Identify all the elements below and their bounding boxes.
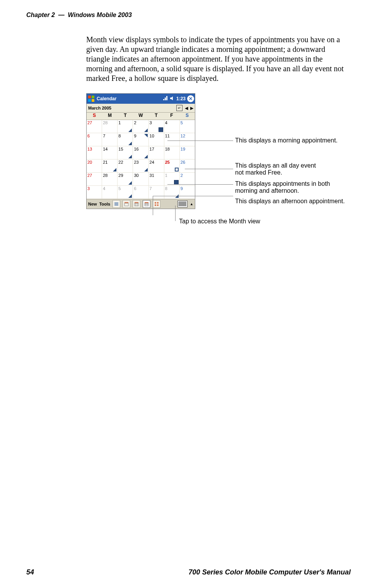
goto-today-icon[interactable]: ↵	[176, 105, 183, 111]
day-cell[interactable]: 23	[133, 159, 148, 173]
day-cell[interactable]: 21	[102, 159, 118, 173]
day-number: 12	[181, 134, 185, 138]
day-cell[interactable]: 24	[149, 159, 164, 173]
day-cell[interactable]: 13	[87, 146, 102, 159]
prev-month-icon[interactable]: ◀	[185, 106, 188, 111]
body-paragraph: Month view displays symbols to indicate …	[86, 35, 351, 83]
day-cell[interactable]: 7	[102, 133, 118, 146]
view-week-icon[interactable]	[133, 200, 140, 208]
day-cell[interactable]: 1	[118, 120, 133, 133]
day-cell[interactable]: 12	[180, 133, 195, 146]
day-cell[interactable]: 26	[180, 159, 195, 173]
day-number: 9	[181, 186, 183, 191]
day-number: 24	[150, 160, 154, 165]
manual-title: 700 Series Color Mobile Computer User's …	[189, 568, 351, 576]
day-cell[interactable]: 1	[164, 173, 180, 186]
month-bar: March 2005 ↵ ◀ ▶	[87, 104, 195, 113]
day-cell[interactable]: 18	[164, 146, 180, 159]
callout-allday: This displays an all day event not marke…	[235, 162, 316, 176]
afternoon-appointment-icon	[128, 194, 132, 198]
day-number: 28	[103, 173, 107, 178]
start-icon[interactable]	[87, 95, 95, 103]
day-cell[interactable]: 2	[133, 120, 148, 133]
day-cell[interactable]: 20	[87, 159, 102, 173]
day-cell[interactable]: 17	[149, 146, 164, 159]
day-cell[interactable]: 10	[149, 133, 164, 146]
chapter-title: Windows Mobile 2003	[68, 12, 132, 18]
day-number: 30	[134, 173, 138, 178]
day-of-week-row: SMTWTFS	[87, 113, 195, 120]
title-bar[interactable]: Calendar 1:23 ✕	[87, 94, 195, 104]
callout-morning: This displays a morning appointment.	[235, 137, 338, 144]
day-number: 20	[87, 160, 92, 165]
day-cell[interactable]: 7	[149, 186, 164, 199]
page-footer: 54 700 Series Color Mobile Computer User…	[26, 568, 351, 576]
running-header: Chapter 2 — Windows Mobile 2003	[26, 12, 351, 19]
day-number: 15	[118, 147, 123, 151]
day-cell[interactable]: 11	[164, 133, 180, 146]
week-row: 20212223242526	[87, 159, 195, 173]
afternoon-appointment-icon	[128, 129, 132, 132]
day-cell[interactable]: 19	[180, 146, 195, 159]
speaker-icon[interactable]	[169, 96, 175, 102]
view-day-icon[interactable]	[123, 200, 130, 208]
day-cell[interactable]: 31	[149, 173, 164, 186]
day-cell[interactable]: 4	[164, 120, 180, 133]
sip-menu-icon[interactable]: ▲	[190, 202, 193, 206]
both-appointments-icon	[159, 127, 163, 132]
day-cell[interactable]: 9	[133, 133, 148, 146]
afternoon-appointment-icon	[144, 155, 148, 158]
day-cell[interactable]: 27	[87, 173, 102, 186]
month-label[interactable]: March 2005	[88, 106, 111, 110]
device-screenshot: Calendar 1:23 ✕ March 2005 ↵ ◀ ▶	[86, 93, 195, 209]
view-year-icon[interactable]	[153, 200, 160, 208]
view-month-icon[interactable]	[143, 200, 150, 208]
day-cell[interactable]: 27	[87, 120, 102, 133]
day-number: 31	[150, 173, 154, 178]
day-number: 11	[165, 134, 170, 138]
afternoon-appointment-icon	[113, 168, 116, 171]
day-cell[interactable]: 28	[102, 173, 118, 186]
day-number: 13	[87, 147, 92, 151]
figure: Calendar 1:23 ✕ March 2005 ↵ ◀ ▶	[86, 93, 351, 209]
day-cell[interactable]: 30	[133, 173, 148, 186]
day-cell[interactable]: 8	[118, 133, 133, 146]
day-cell[interactable]: 3	[149, 120, 164, 133]
day-number: 1	[165, 173, 167, 178]
day-number: 25	[165, 160, 170, 165]
day-cell[interactable]: 8	[164, 186, 180, 199]
day-cell[interactable]: 5	[180, 120, 195, 133]
keyboard-icon[interactable]	[177, 201, 188, 207]
clock[interactable]: 1:23	[176, 96, 186, 101]
svg-rect-8	[125, 203, 128, 206]
day-cell[interactable]: 6	[133, 186, 148, 199]
day-cell[interactable]: 15	[118, 146, 133, 159]
connectivity-icon[interactable]	[162, 96, 168, 102]
day-number: 2	[134, 120, 136, 125]
menu-tools[interactable]: Tools	[99, 202, 111, 206]
leader-line	[185, 169, 233, 169]
svg-rect-19	[157, 202, 159, 204]
day-cell[interactable]: 4	[102, 186, 118, 199]
day-cell[interactable]: 16	[133, 146, 148, 159]
next-month-icon[interactable]: ▶	[190, 106, 193, 111]
dow-header: F	[164, 113, 179, 120]
day-cell[interactable]: 5	[118, 186, 133, 199]
day-cell[interactable]: 28	[102, 120, 118, 133]
day-cell[interactable]: 2	[180, 173, 195, 186]
day-cell[interactable]: 22	[118, 159, 133, 173]
day-cell[interactable]: 3	[87, 186, 102, 199]
dow-header: W	[133, 113, 148, 120]
week-row: 272829303112	[87, 173, 195, 186]
day-number: 28	[103, 120, 107, 125]
day-cell[interactable]: 14	[102, 146, 118, 159]
day-cell[interactable]: 25	[164, 159, 180, 173]
view-agenda-icon[interactable]	[113, 200, 120, 208]
day-cell[interactable]: 6	[87, 133, 102, 146]
dow-header: S	[87, 113, 102, 120]
day-cell[interactable]: 9	[180, 186, 195, 199]
leader-line	[175, 206, 176, 221]
menu-new[interactable]: New	[88, 202, 97, 206]
close-icon[interactable]: ✕	[187, 95, 194, 102]
day-cell[interactable]: 29	[118, 173, 133, 186]
